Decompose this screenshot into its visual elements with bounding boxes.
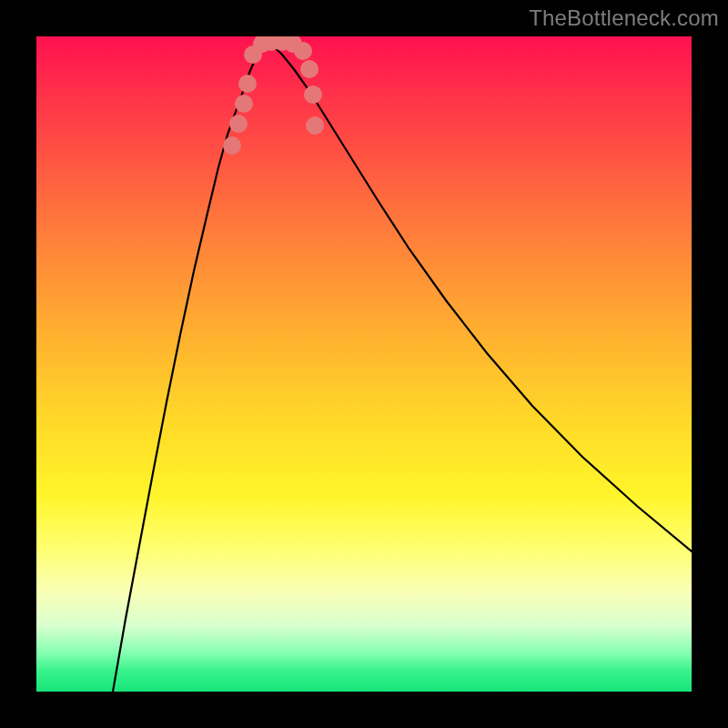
data-dot [306, 116, 324, 135]
data-dot [235, 95, 253, 113]
data-dot [238, 75, 257, 93]
chart-frame: TheBottleneck.com [0, 0, 728, 728]
dots-group [223, 36, 324, 155]
data-dot [229, 115, 248, 133]
plot-area [36, 36, 692, 692]
chart-svg [36, 36, 692, 692]
right-curve [266, 40, 692, 551]
data-dot [294, 42, 312, 60]
data-dot [304, 86, 322, 104]
left-curve [113, 40, 266, 692]
data-dot [223, 136, 241, 155]
watermark-text: TheBottleneck.com [529, 5, 719, 31]
data-dot [300, 60, 318, 78]
